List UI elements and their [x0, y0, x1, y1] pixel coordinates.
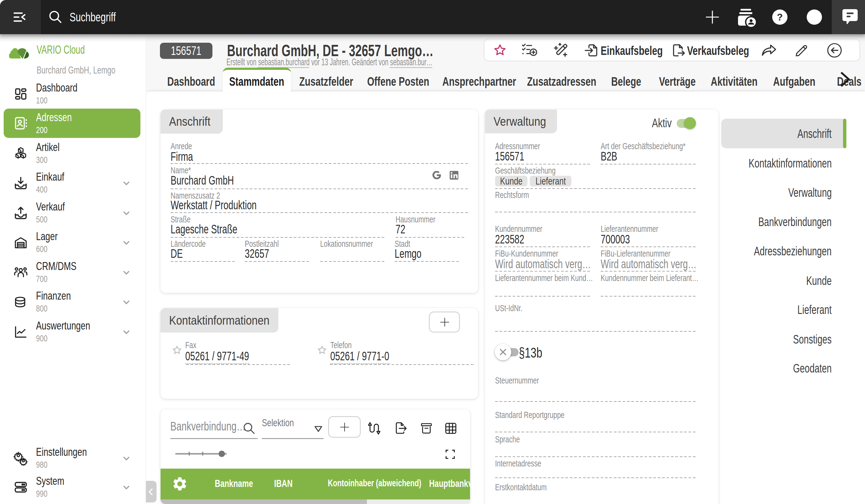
svg-text:?: ? — [777, 12, 783, 23]
